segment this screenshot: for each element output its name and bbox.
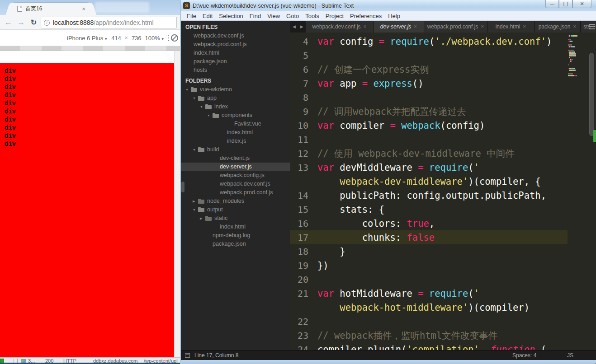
sidebar-scrollbar[interactable]: [181, 182, 184, 192]
tree-item-label: index.html: [220, 223, 246, 231]
code-line[interactable]: 20: [290, 272, 568, 286]
menu-view[interactable]: View: [264, 13, 283, 19]
open-file-item[interactable]: webpack.dev.conf.js: [181, 32, 290, 40]
menu-tools[interactable]: Tools: [302, 13, 322, 19]
device-width[interactable]: 414: [111, 35, 121, 42]
tree-item[interactable]: ▶static: [181, 214, 290, 223]
tab-close-icon[interactable]: [364, 23, 367, 30]
code-line[interactable]: 15 stats: {: [290, 202, 568, 216]
menu-preferences[interactable]: Preferences: [347, 13, 385, 19]
code-line[interactable]: 18 }: [290, 244, 568, 258]
forward-icon[interactable]: [15, 17, 27, 28]
tree-item[interactable]: npm-debug.log: [181, 231, 290, 240]
tree-item[interactable]: ▼components: [181, 111, 290, 120]
tree-item[interactable]: ▼build: [181, 145, 290, 154]
tab-overflow-icon[interactable]: [589, 24, 595, 29]
menu-file[interactable]: File: [184, 13, 199, 19]
sublime-titlebar[interactable]: D:\vue-wkdemo\build\dev-server.js (vue-w…: [181, 0, 596, 11]
tab-close-icon[interactable]: [523, 23, 526, 30]
minimize-button[interactable]: [545, 0, 559, 8]
folder-icon: [191, 85, 200, 94]
menu-edit[interactable]: Edit: [199, 13, 216, 19]
device-selector[interactable]: iPhone 6 Plus: [67, 35, 108, 42]
more-menu-icon[interactable]: [165, 34, 172, 42]
editor-tab[interactable]: webpack.dev.conf.js: [306, 21, 374, 33]
info-icon[interactable]: [44, 20, 50, 26]
editor-tab[interactable]: package.json: [535, 21, 581, 33]
code-line[interactable]: webpack-hot-middleware')(compiler): [290, 300, 568, 314]
tree-item[interactable]: Favlist.vue: [181, 120, 290, 128]
code-line[interactable]: 7var app = express(): [290, 76, 568, 90]
tree-item[interactable]: dev-client.js: [181, 154, 290, 163]
tree-item[interactable]: dev-server.js: [181, 163, 290, 171]
zoom-selector[interactable]: 100%: [145, 35, 165, 42]
code-line[interactable]: 9// 调用webpack并把配置传递过去: [290, 104, 568, 118]
tab-close-icon[interactable]: [80, 6, 87, 12]
url-bar[interactable]: localhost:8888/app/index/index.html: [41, 17, 177, 28]
menu-project[interactable]: Project: [322, 13, 347, 19]
code-token: ): [546, 36, 552, 47]
tree-item[interactable]: package.json: [181, 240, 290, 248]
editor[interactable]: 4var config = require('./webpack.dev.con…: [290, 33, 596, 350]
code-line[interactable]: 13var devMiddleware = require(': [290, 160, 568, 174]
open-file-item[interactable]: index.html: [181, 49, 290, 57]
editor-tab[interactable]: index.html: [487, 21, 535, 33]
tree-item[interactable]: ▼index: [181, 103, 290, 111]
tree-item[interactable]: webpack.dev.conf.js: [181, 180, 290, 188]
code-line[interactable]: webpack-dev-middleware')(compiler, {: [290, 174, 568, 188]
editor-tab[interactable]: webpack.prod.conf.js: [424, 21, 487, 33]
tab-close-icon[interactable]: [573, 23, 576, 30]
code-line[interactable]: 10var compiler = webpack(config): [290, 118, 568, 132]
tree-item[interactable]: ▼output: [181, 205, 290, 214]
tree-item[interactable]: ▼vue-wkdemo: [181, 85, 290, 94]
close-button[interactable]: [572, 0, 591, 8]
tree-item[interactable]: webpack.prod.conf.js: [181, 188, 290, 197]
code-line[interactable]: 17 chunks: false: [290, 230, 568, 244]
open-file-item[interactable]: hosts: [181, 66, 290, 75]
browser-tab[interactable]: 首页16: [12, 3, 90, 15]
tree-item[interactable]: ▼app: [181, 94, 290, 103]
editor-tab[interactable]: dev-server.js: [374, 21, 424, 33]
code-line[interactable]: 14 publicPath: config.output.publicPath,: [290, 188, 568, 202]
tab-close-icon[interactable]: [414, 23, 417, 30]
open-file-item[interactable]: webpack.prod.conf.js: [181, 40, 290, 49]
editor-scrollbar[interactable]: [589, 53, 594, 136]
menu-help[interactable]: Help: [385, 13, 403, 19]
code-line[interactable]: 4var config = require('./webpack.dev.con…: [290, 34, 568, 48]
reload-icon[interactable]: [28, 17, 39, 28]
tree-item[interactable]: index.js: [181, 137, 290, 145]
device-height[interactable]: 736: [132, 35, 142, 42]
indent-setting[interactable]: Spaces: 4: [512, 352, 536, 359]
tree-item[interactable]: index.html: [181, 128, 290, 137]
tree-item[interactable]: index.html: [181, 223, 290, 231]
syntax-setting[interactable]: JS: [567, 352, 573, 359]
tab-close-icon[interactable]: [481, 23, 484, 30]
minimap[interactable]: [568, 35, 588, 77]
code-line[interactable]: 6// 创建一个express实例: [290, 62, 568, 76]
code-line[interactable]: 11: [290, 132, 568, 146]
code-token: =: [418, 288, 423, 299]
open-file-item[interactable]: package.json: [181, 57, 290, 66]
tab-prev-icon[interactable]: [290, 21, 298, 33]
tree-item[interactable]: webpack.config.js: [181, 171, 290, 180]
code-line[interactable]: 22: [290, 314, 568, 328]
browser-scrollbar[interactable]: [174, 51, 180, 357]
tab-next-icon[interactable]: [298, 21, 306, 33]
code-line[interactable]: 8: [290, 90, 568, 104]
maximize-button[interactable]: [559, 0, 572, 8]
back-icon[interactable]: [3, 17, 14, 28]
code-line[interactable]: 16 colors: true,: [290, 216, 568, 230]
menu-find[interactable]: Find: [246, 13, 264, 19]
tree-item-label: index: [214, 103, 228, 111]
menu-goto[interactable]: Goto: [283, 13, 302, 19]
vintage-mode-icon[interactable]: [185, 353, 190, 358]
code-line[interactable]: 23// webpack插件，监听html文件改变事件: [290, 328, 568, 342]
code-line[interactable]: 19}): [290, 258, 568, 272]
menu-selection[interactable]: Selection: [216, 13, 246, 19]
tree-item[interactable]: ▶node_modules: [181, 197, 290, 205]
code-line[interactable]: 24compiler.plugin('compilation', functio…: [290, 342, 568, 350]
code-line[interactable]: 21var hotMiddleware = require(': [290, 286, 568, 300]
rotate-icon[interactable]: [171, 34, 178, 42]
code-line[interactable]: 5: [290, 48, 568, 62]
code-line[interactable]: 12// 使用 webpack-dev-middleware 中间件: [290, 146, 568, 160]
